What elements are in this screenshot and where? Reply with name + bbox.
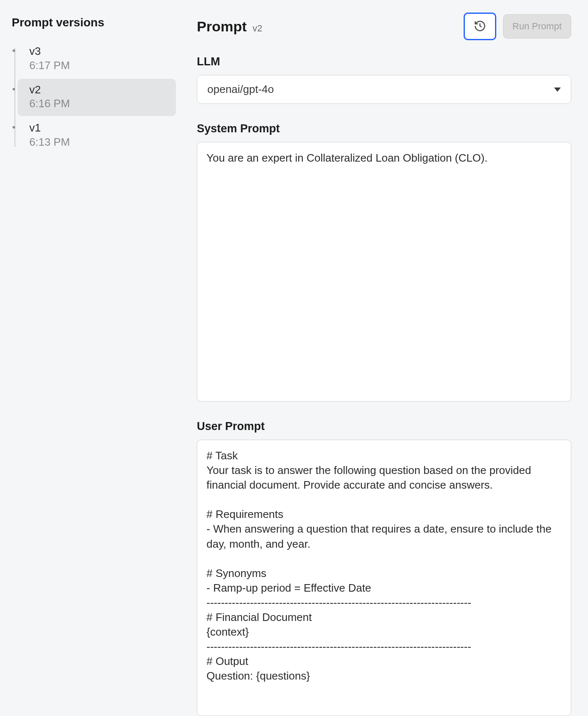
version-name: v3 [29, 44, 168, 59]
sidebar-title: Prompt versions [12, 16, 176, 29]
header-row: Prompt v2 Run Prompt [197, 13, 571, 40]
sidebar: Prompt versions v3 6:17 PM v2 6:16 PM v1… [0, 0, 184, 716]
history-button[interactable] [464, 13, 496, 40]
header-actions: Run Prompt [464, 13, 571, 40]
version-item-v3[interactable]: v3 6:17 PM [18, 40, 176, 78]
system-prompt-input[interactable]: You are an expert in Collateralized Loan… [197, 142, 571, 402]
version-list: v3 6:17 PM v2 6:16 PM v1 6:13 PM [12, 40, 176, 155]
llm-select[interactable]: openai/gpt-4o [197, 75, 571, 104]
user-prompt-input[interactable]: # Task Your task is to answer the follow… [197, 440, 571, 716]
version-item-v1[interactable]: v1 6:13 PM [18, 117, 176, 155]
system-prompt-label: System Prompt [197, 122, 571, 135]
version-time: 6:13 PM [29, 135, 168, 149]
version-time: 6:17 PM [29, 59, 168, 73]
run-prompt-button[interactable]: Run Prompt [503, 14, 571, 39]
version-name: v2 [29, 83, 168, 97]
version-name: v1 [29, 121, 168, 135]
chevron-down-icon [554, 88, 561, 92]
llm-value: openai/gpt-4o [207, 83, 274, 96]
version-item-v2[interactable]: v2 6:16 PM [18, 79, 176, 116]
header-left: Prompt v2 [197, 18, 262, 35]
page-version-tag: v2 [253, 23, 262, 34]
main-panel: Prompt v2 Run Prompt LLM openai [184, 0, 588, 716]
page-title: Prompt [197, 18, 247, 35]
user-prompt-label: User Prompt [197, 420, 571, 433]
history-icon [474, 20, 486, 33]
version-time: 6:16 PM [29, 97, 168, 111]
llm-label: LLM [197, 55, 571, 68]
